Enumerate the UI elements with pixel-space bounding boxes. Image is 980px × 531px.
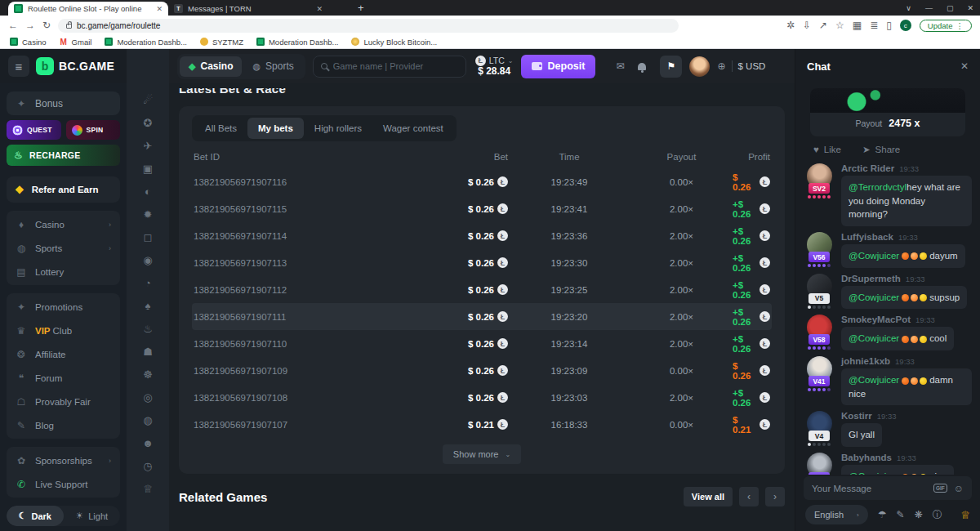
sidebar-item[interactable]: ✆ Live Support	[7, 472, 120, 496]
password-key-icon[interactable]: ✲	[786, 20, 795, 30]
game-thumbnail[interactable]	[385, 515, 479, 531]
game-thumbnail[interactable]	[590, 515, 684, 531]
chat-message-input[interactable]	[812, 484, 927, 493]
chat-username[interactable]: Arctic Rider	[841, 163, 894, 173]
bet-row[interactable]: 138219056971907116 $ 0.26Ł 19:23:49 0.00…	[192, 168, 772, 195]
coinflip-icon[interactable]: ◐	[133, 180, 163, 203]
update-button[interactable]: Update⋮	[920, 20, 972, 32]
mention[interactable]: @Cowjuicer	[849, 292, 899, 302]
cards-icon[interactable]: ♠	[133, 294, 163, 317]
bets-tab[interactable]: Wager contest	[372, 118, 454, 139]
back-icon[interactable]: ←	[8, 20, 18, 30]
chat-messages-area[interactable]: Payout 2475 x ♥ Like ➤ Share	[795, 83, 980, 475]
trophy-icon[interactable]: ♕	[960, 509, 970, 521]
browser-tab[interactable]: Roulette Online Slot - Play online ✕	[8, 2, 168, 16]
bookmark-item[interactable]: SYZTMZ	[200, 38, 243, 47]
currency-display-toggle[interactable]: ⊕ $ USD	[717, 60, 765, 72]
sidebar-item[interactable]: ◍ Sports ›	[7, 236, 120, 260]
sidebar-item[interactable]: ❂ Affiliate	[7, 342, 120, 366]
theme-light-button[interactable]: ☀ Light	[64, 506, 121, 526]
game-search[interactable]	[313, 56, 466, 78]
bookmark-item[interactable]: M Gmail	[60, 38, 92, 47]
sidebar-item[interactable]: ✿ Sponsorships ›	[7, 448, 120, 472]
quest-flag-icon[interactable]: ⚑	[660, 56, 682, 78]
mention[interactable]: @Cowjuicer	[849, 251, 899, 261]
hash-dice-icon[interactable]: ♨	[133, 317, 163, 340]
mail-icon[interactable]: ✉	[616, 60, 624, 72]
crash-game-icon[interactable]: ☄	[133, 88, 163, 111]
carousel-next-button[interactable]: ›	[765, 487, 785, 506]
sticker-icon[interactable]: ❋	[915, 509, 923, 520]
wallet-balance[interactable]: Ł LTC ⌄ $ 28.84	[475, 56, 514, 78]
chat-close-icon[interactable]: ✕	[960, 60, 969, 72]
tab-close-icon[interactable]: ✕	[316, 5, 323, 13]
clock-icon[interactable]: ◷	[133, 454, 163, 477]
view-all-button[interactable]: View all	[684, 487, 733, 506]
slots-icon[interactable]: ▣	[133, 157, 163, 180]
mention[interactable]: @Cowjuicer	[849, 333, 899, 343]
robot-icon[interactable]: ☻	[133, 431, 163, 454]
bet-row[interactable]: 138219056971907111 $ 0.26Ł 19:23:20 2.00…	[192, 303, 772, 330]
emoji-icon[interactable]: ☺	[954, 483, 964, 494]
bets-tab[interactable]: All Bets	[194, 118, 247, 139]
sidebar-item[interactable]: ♛ VIP Club	[7, 319, 120, 342]
address-bar[interactable]: bc.game/game/roulette	[58, 19, 679, 33]
plinko-icon[interactable]: ✪	[133, 111, 163, 134]
carousel-prev-button[interactable]: ‹	[739, 487, 759, 506]
refer-and-earn-button[interactable]: ❖ Refer and Earn	[7, 176, 120, 203]
chat-username[interactable]: Kostirr	[841, 411, 872, 421]
chat-input-bar[interactable]: GIF ☺	[804, 476, 972, 500]
tab-close-icon[interactable]: ✕	[156, 5, 163, 13]
sidebar-item[interactable]: ♦ Casino ›	[7, 212, 120, 236]
nav-pill[interactable]: ◆ Casino	[180, 56, 242, 77]
bets-tab[interactable]: My bets	[247, 118, 304, 139]
extensions-icon[interactable]: ▦	[853, 20, 862, 30]
bet-row[interactable]: 138219056971907115 $ 0.26Ł 19:23:41 2.00…	[192, 195, 772, 222]
chat-username[interactable]: SmokeyMacPot	[841, 315, 911, 324]
show-more-button[interactable]: Show more ⌄	[443, 444, 521, 464]
theme-dark-button[interactable]: ☾ Dark	[7, 506, 64, 526]
gif-icon[interactable]: GIF	[933, 484, 947, 493]
bookmark-item[interactable]: Lucky Block Bitcoin...	[351, 38, 437, 47]
chat-rules-info-icon[interactable]: ⓘ	[933, 508, 942, 522]
sidebar-item[interactable]: ❝ Forum	[7, 366, 120, 390]
sidebar-item[interactable]: ✦ Promotions	[7, 295, 120, 319]
shared-bet-card[interactable]: Payout 2475 x	[810, 88, 965, 136]
crown-icon[interactable]: ♕	[133, 477, 163, 500]
mention[interactable]: @Cowjuicer	[849, 375, 899, 385]
mention[interactable]: @Cowjuicer	[849, 471, 899, 475]
user-avatar[interactable]	[689, 56, 710, 77]
game-thumbnail[interactable]	[282, 515, 376, 531]
install-icon[interactable]: ⇩	[803, 20, 811, 30]
spin-button[interactable]: SPIN	[66, 120, 121, 140]
wheel-icon[interactable]: ☸	[133, 363, 163, 386]
reload-icon[interactable]: ↻	[42, 20, 51, 30]
chat-username[interactable]: johnie1kxb	[841, 356, 890, 366]
bet-row[interactable]: 138219056971907108 $ 0.26Ł 19:23:03 2.00…	[192, 384, 772, 411]
bookmark-star-icon[interactable]: ☆	[835, 20, 844, 30]
game-thumbnail[interactable]	[488, 515, 581, 531]
minimize-icon[interactable]: —	[925, 4, 933, 12]
moderator-pen-icon[interactable]: ✎	[897, 509, 905, 520]
media-list-icon[interactable]: ≣	[870, 20, 878, 30]
baccarat-icon[interactable]: ◍	[133, 408, 163, 431]
hamburger-menu-icon[interactable]: ≡	[8, 56, 29, 77]
bet-row[interactable]: 138219056971907113 $ 0.26Ł 19:23:30 2.00…	[192, 249, 772, 276]
bet-row[interactable]: 138219056971907114 $ 0.26Ł 19:23:36 2.00…	[192, 222, 772, 249]
share-icon[interactable]: ↗	[819, 20, 827, 30]
bookmark-item[interactable]: Moderation Dashb...	[105, 38, 187, 47]
share-button[interactable]: ➤ Share	[862, 144, 900, 155]
chat-username[interactable]: Luffyisback	[841, 232, 893, 242]
keno-icon[interactable]: ◔	[133, 271, 163, 294]
chat-username[interactable]: DrSupermeth	[841, 274, 901, 283]
sidebar-item-bonus[interactable]: ✦ Bonus	[7, 91, 120, 115]
forward-icon[interactable]: →	[25, 20, 35, 30]
mines-bomb-icon[interactable]: ✹	[133, 203, 163, 225]
bet-row[interactable]: 138219056971907109 $ 0.26Ł 19:23:09 0.00…	[192, 357, 772, 384]
search-input[interactable]	[333, 61, 458, 71]
sidebar-item[interactable]: ✎ Blog	[7, 413, 120, 437]
close-icon[interactable]: ✕	[967, 4, 973, 12]
roulette-icon[interactable]: ◉	[133, 248, 163, 271]
language-selector[interactable]: English ›	[805, 505, 868, 524]
helmet-icon[interactable]: ☗	[133, 340, 163, 363]
